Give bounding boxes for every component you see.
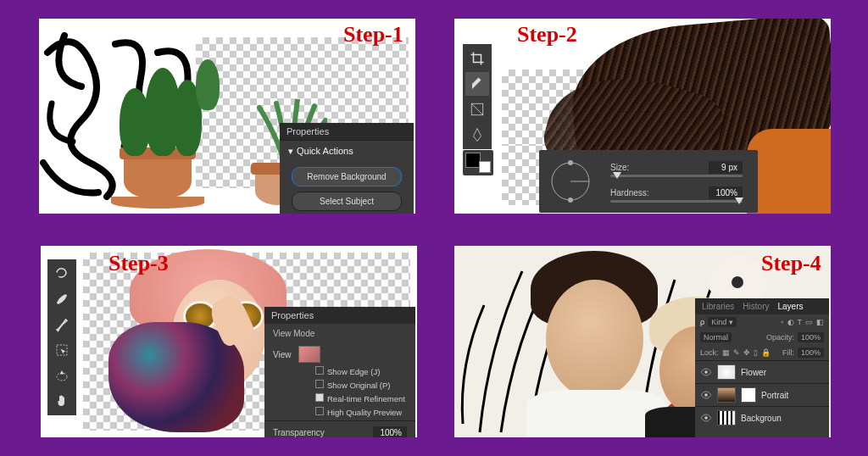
plant-pot xyxy=(124,156,192,198)
layer-mask-thumb xyxy=(741,387,756,403)
lock-icon[interactable]: 🔒 xyxy=(761,348,771,357)
visibility-icon[interactable] xyxy=(700,389,712,401)
layer-row[interactable]: Flower xyxy=(695,360,829,383)
filter-kind[interactable]: Kind ▾ xyxy=(708,317,737,327)
hq-preview-checkbox[interactable]: High Quality Preview xyxy=(315,406,407,420)
brush-tool-icon[interactable] xyxy=(50,313,74,336)
shirt xyxy=(747,129,831,214)
fill-value[interactable]: 100% xyxy=(798,348,824,358)
step1-panel: Properties ▾Quick Actions Remove Backgro… xyxy=(39,19,415,214)
svg-point-8 xyxy=(704,393,708,397)
svg-point-7 xyxy=(704,370,708,374)
gradient-tool-icon[interactable] xyxy=(465,97,489,121)
transparency-value[interactable]: 100% xyxy=(373,426,407,437)
show-edge-checkbox[interactable]: Show Edge (J) xyxy=(315,365,407,379)
view-label: View xyxy=(273,350,292,359)
lock-icon[interactable]: ▯ xyxy=(754,348,758,357)
layer-name: Flower xyxy=(741,368,766,377)
tab-libraries[interactable]: Libraries xyxy=(702,302,734,311)
svg-point-4 xyxy=(568,197,573,203)
layer-thumb xyxy=(717,410,736,425)
filter-icon[interactable]: T xyxy=(798,318,803,326)
view-mode-section: View Mode xyxy=(264,324,415,343)
step2-label: Step-2 xyxy=(517,22,577,47)
tab-layers[interactable]: Layers xyxy=(777,302,803,311)
object-select-icon[interactable] xyxy=(50,338,74,362)
svg-point-3 xyxy=(568,160,573,165)
select-subject-button[interactable]: Select Subject xyxy=(292,192,402,211)
properties-header: Properties xyxy=(280,123,414,140)
transparency-label: Transparency xyxy=(273,428,325,437)
fill-label: Fill: xyxy=(782,348,794,357)
layer-row[interactable]: Backgroun xyxy=(695,406,829,429)
filter-icon[interactable]: ◧ xyxy=(816,318,824,326)
remove-background-button[interactable]: Remove Background xyxy=(292,167,402,186)
step3-label: Step-3 xyxy=(108,251,169,276)
quick-actions-section[interactable]: ▾Quick Actions xyxy=(280,140,414,162)
show-original-checkbox[interactable]: Show Original (P) xyxy=(315,379,407,392)
layer-thumb xyxy=(717,364,736,380)
hardness-label: Hardness: xyxy=(610,188,649,197)
cactus-pad xyxy=(196,59,220,110)
size-label: Size: xyxy=(610,163,629,172)
realtime-checkbox[interactable]: Real-time Refinement xyxy=(315,392,407,406)
layer-row[interactable]: Portrait xyxy=(695,383,829,406)
hardness-slider[interactable] xyxy=(610,200,743,203)
properties-panel: Properties View Mode View Show Edge (J) … xyxy=(264,307,415,437)
layer-name: Backgroun xyxy=(741,414,782,423)
refine-brush-icon[interactable] xyxy=(50,287,74,311)
step1-label: Step-1 xyxy=(343,22,403,47)
step3-panel: Properties View Mode View Show Edge (J) … xyxy=(41,246,417,437)
blend-mode-select[interactable]: Normal xyxy=(700,332,732,342)
properties-panel: Properties ▾Quick Actions Remove Backgro… xyxy=(280,123,414,214)
plant-saucer xyxy=(111,197,204,209)
tab-history[interactable]: History xyxy=(743,302,769,311)
tool-column xyxy=(47,259,76,415)
layers-panel: Libraries History Layers ρ Kind ▾ ▫ ◐ T … xyxy=(695,298,829,437)
lock-icon[interactable]: ✎ xyxy=(733,348,740,357)
pen-tool-icon[interactable] xyxy=(465,123,489,147)
svg-point-9 xyxy=(704,416,708,420)
opacity-label: Opacity: xyxy=(766,333,794,342)
quick-actions-label: Quick Actions xyxy=(297,146,353,156)
panel-tabs: Libraries History Layers xyxy=(695,298,829,314)
brush-angle-widget[interactable] xyxy=(548,158,593,204)
hand-tool-icon[interactable] xyxy=(50,389,74,413)
properties-header: Properties xyxy=(264,307,415,324)
brush-settings-panel: Size: 9 px Hardness: 100% xyxy=(539,150,758,213)
color-swatch[interactable] xyxy=(463,150,493,175)
lock-label: Lock: xyxy=(700,348,719,357)
lock-icon[interactable]: ✥ xyxy=(743,348,750,357)
lasso-tool-icon[interactable] xyxy=(50,262,74,286)
quick-select-icon[interactable] xyxy=(50,364,74,387)
lock-icon[interactable]: ▦ xyxy=(722,348,730,357)
visibility-icon[interactable] xyxy=(700,366,712,378)
filter-icon[interactable]: ◐ xyxy=(787,318,794,326)
layer-name: Portrait xyxy=(761,391,788,400)
brush-tool-icon[interactable] xyxy=(465,72,489,96)
visibility-icon[interactable] xyxy=(700,412,712,424)
step4-label: Step-4 xyxy=(761,251,821,276)
layer-thumb xyxy=(717,387,736,403)
filter-icon[interactable]: ▭ xyxy=(805,318,813,326)
crop-tool-icon[interactable] xyxy=(465,47,489,70)
tool-column xyxy=(463,44,492,149)
person1-face xyxy=(546,280,643,398)
view-thumbnail[interactable] xyxy=(298,346,320,363)
filter-icon[interactable]: ▫ xyxy=(781,318,783,326)
size-slider[interactable] xyxy=(610,175,743,177)
opacity-value[interactable]: 100% xyxy=(798,332,824,342)
step2-panel: Size: 9 px Hardness: 100% xyxy=(454,19,831,214)
